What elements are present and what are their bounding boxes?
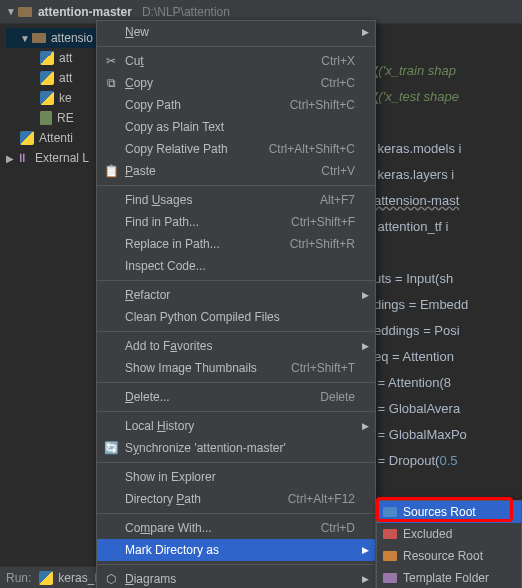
submenu-arrow-icon: ▶ — [362, 574, 369, 584]
submenu-template-folder[interactable]: Template Folder — [377, 567, 521, 588]
project-path: D:\NLP\attention — [142, 5, 230, 19]
excluded-folder-icon — [383, 529, 397, 539]
submenu-excluded[interactable]: Excluded — [377, 523, 521, 545]
menu-separator — [97, 185, 375, 186]
resource-folder-icon — [383, 551, 397, 561]
libraries-icon — [16, 151, 30, 165]
menu-mark-directory-as[interactable]: Mark Directory as▶ — [97, 539, 375, 561]
menu-separator — [97, 462, 375, 463]
menu-separator — [97, 382, 375, 383]
submenu-sources-root[interactable]: Sources Root — [377, 501, 521, 523]
menu-cut[interactable]: ✂CutCtrl+X — [97, 50, 375, 72]
menu-diagrams[interactable]: ⬡Diagrams▶ — [97, 568, 375, 588]
expand-icon[interactable]: ▶ — [6, 153, 14, 164]
menu-show-thumbnails[interactable]: Show Image ThumbnailsCtrl+Shift+T — [97, 357, 375, 379]
menu-add-favorites[interactable]: Add to Favorites▶ — [97, 335, 375, 357]
project-name[interactable]: attention-master — [38, 5, 132, 19]
menu-separator — [97, 411, 375, 412]
menu-refactor[interactable]: Refactor▶ — [97, 284, 375, 306]
tree-expand-root[interactable]: ▼ — [6, 6, 16, 17]
menu-copy-plain[interactable]: Copy as Plain Text — [97, 116, 375, 138]
submenu-arrow-icon: ▶ — [362, 341, 369, 351]
menu-inspect[interactable]: Inspect Code... — [97, 255, 375, 277]
menu-separator — [97, 564, 375, 565]
text-file-icon — [40, 111, 52, 125]
menu-new[interactable]: New▶ — [97, 21, 375, 43]
menu-delete[interactable]: Delete...Delete — [97, 386, 375, 408]
template-folder-icon — [383, 573, 397, 583]
expand-icon[interactable]: ▼ — [20, 33, 30, 44]
menu-replace-in-path[interactable]: Replace in Path...Ctrl+Shift+R — [97, 233, 375, 255]
menu-copy[interactable]: ⧉CopyCtrl+C — [97, 72, 375, 94]
python-file-icon — [40, 51, 54, 65]
menu-separator — [97, 280, 375, 281]
submenu-arrow-icon: ▶ — [362, 545, 369, 555]
python-file-icon — [40, 91, 54, 105]
menu-show-explorer[interactable]: Show in Explorer — [97, 466, 375, 488]
sources-folder-icon — [383, 507, 397, 517]
run-label: Run: — [6, 571, 31, 585]
diagram-icon: ⬡ — [103, 572, 119, 586]
folder-icon — [32, 33, 46, 43]
python-file-icon — [40, 71, 54, 85]
context-menu: New▶ ✂CutCtrl+X ⧉CopyCtrl+C Copy PathCtr… — [96, 20, 376, 588]
menu-find-in-path[interactable]: Find in Path...Ctrl+Shift+F — [97, 211, 375, 233]
menu-local-history[interactable]: Local History▶ — [97, 415, 375, 437]
paste-icon: 📋 — [103, 164, 119, 178]
menu-synchronize[interactable]: 🔄Synchronize 'attention-master' — [97, 437, 375, 459]
sync-icon: 🔄 — [103, 441, 119, 455]
menu-separator — [97, 513, 375, 514]
python-file-icon — [39, 571, 53, 585]
python-file-icon — [20, 131, 34, 145]
menu-find-usages[interactable]: Find UsagesAlt+F7 — [97, 189, 375, 211]
copy-icon: ⧉ — [103, 76, 119, 90]
mark-directory-submenu: Sources Root Excluded Resource Root Temp… — [376, 500, 522, 588]
submenu-arrow-icon: ▶ — [362, 27, 369, 37]
scissors-icon: ✂ — [103, 54, 119, 68]
menu-copy-path[interactable]: Copy PathCtrl+Shift+C — [97, 94, 375, 116]
menu-separator — [97, 46, 375, 47]
menu-compare-with[interactable]: Compare With...Ctrl+D — [97, 517, 375, 539]
menu-clean-pyc[interactable]: Clean Python Compiled Files — [97, 306, 375, 328]
tree-label: attensio — [51, 31, 93, 45]
project-folder-icon — [18, 7, 32, 17]
menu-paste[interactable]: 📋PasteCtrl+V — [97, 160, 375, 182]
submenu-resource-root[interactable]: Resource Root — [377, 545, 521, 567]
code-editor[interactable]: (('x_train shap (('x_test shape keras.mo… — [372, 24, 522, 564]
submenu-arrow-icon: ▶ — [362, 421, 369, 431]
menu-copy-relative[interactable]: Copy Relative PathCtrl+Alt+Shift+C — [97, 138, 375, 160]
menu-separator — [97, 331, 375, 332]
menu-directory-path[interactable]: Directory PathCtrl+Alt+F12 — [97, 488, 375, 510]
submenu-arrow-icon: ▶ — [362, 290, 369, 300]
